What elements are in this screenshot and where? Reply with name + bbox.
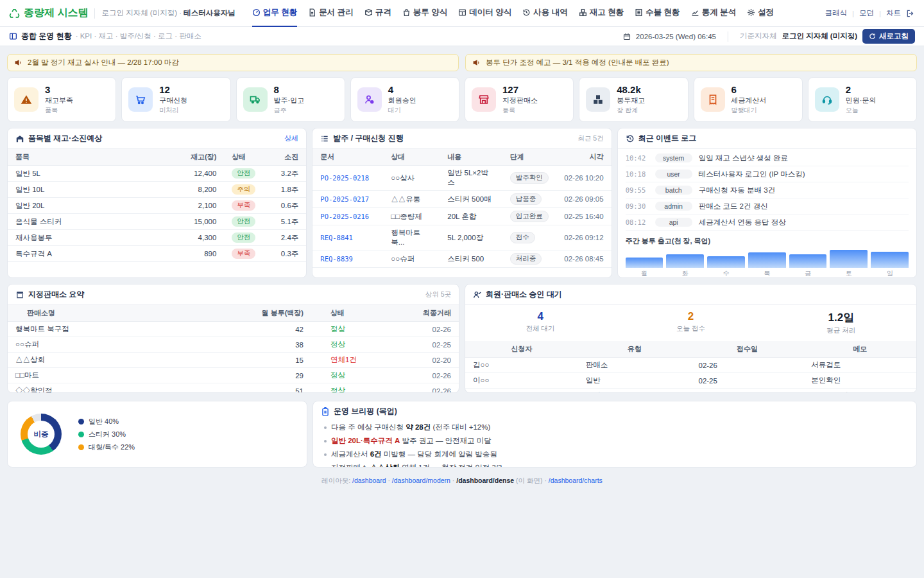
clipboard-icon bbox=[321, 407, 330, 416]
store-last: 02-25 bbox=[401, 337, 459, 353]
order-desc: 일반 5L×2박스 bbox=[440, 166, 502, 191]
store-state: 정상 bbox=[330, 340, 345, 348]
footer-current-note: (이 화면) bbox=[516, 477, 542, 484]
list-icon bbox=[320, 134, 329, 143]
weekly-bar bbox=[626, 258, 663, 268]
item-name: 특수규격 A bbox=[8, 246, 174, 262]
nav-usage-history[interactable]: 사용 내역 bbox=[522, 0, 567, 27]
kpi-inquiries[interactable]: 2민원·문의오늘 bbox=[808, 77, 917, 122]
stores-panel: 지정판매소 요약 상위 5곳 판매소명 월 봉투(백장) 상태 최종거래 행복마… bbox=[7, 284, 459, 393]
item-weeks: 2.4주 bbox=[269, 230, 306, 246]
nav-work-status[interactable]: 업무 현황 bbox=[252, 0, 297, 27]
kpi-member-approvals[interactable]: 4회원승인대기 bbox=[350, 77, 459, 122]
weekly-bar-label: 일 bbox=[871, 269, 909, 278]
main-nav: 업무 현황 문서 관리 규격 봉투 양식 데이터 양식 사용 내역 재고 현황 … bbox=[252, 0, 774, 27]
doc-link[interactable]: PO-2025-0216 bbox=[320, 213, 369, 220]
item-name: 일반 5L bbox=[8, 166, 174, 182]
divider: | bbox=[852, 10, 854, 17]
kpi-designated-stores[interactable]: 127지정판매소등록 bbox=[465, 77, 574, 122]
event-log-panel: 최근 이벤트 로그 10:42 system 일일 재고 스냅샷 생성 완료 1… bbox=[617, 128, 917, 278]
layout-modern-link[interactable]: 모던 bbox=[859, 8, 874, 18]
item-name: 음식물 스티커 bbox=[8, 214, 174, 230]
kpi-low-stock[interactable]: 3재고부족품목 bbox=[7, 77, 116, 122]
list-item: 08:12 api 세금계산서 연동 응답 정상 bbox=[626, 215, 909, 231]
store-name: 행복마트 북구점 bbox=[8, 322, 228, 337]
nav-specs[interactable]: 규격 bbox=[364, 0, 391, 27]
weekly-bar-label: 목 bbox=[748, 269, 786, 278]
inventory-detail-link[interactable]: 상세 bbox=[284, 134, 298, 143]
order-desc: 20L 혼합 bbox=[440, 208, 502, 225]
panel-title: 지정판매소 요약 bbox=[28, 289, 84, 300]
kpi-cards: 3재고부족품목 12구매신청미처리 8발주·입고금주 4회원승인대기 127지정… bbox=[7, 77, 917, 122]
nav-ledger-status[interactable]: 수불 현황 bbox=[635, 0, 680, 27]
table-row: 일반 5L 12,400 안전 3.2주 bbox=[8, 166, 306, 182]
refresh-button[interactable]: 새로고침 bbox=[862, 29, 915, 44]
weekly-bar-label: 월 bbox=[626, 269, 663, 278]
status-badge: 안전 bbox=[232, 216, 255, 227]
kpi-tax-invoices[interactable]: 6세금계산서발행대기 bbox=[694, 77, 803, 122]
panel-title: 품목별 재고·소진예상 bbox=[28, 133, 102, 144]
user-check-icon bbox=[473, 290, 482, 299]
applicant-name: 이○○ bbox=[465, 373, 578, 389]
app-title: 종량제 시스템 bbox=[24, 6, 88, 20]
stores-table: 판매소명 월 봉투(백장) 상태 최종거래 행복마트 북구점 42 정상 02-… bbox=[8, 305, 459, 393]
weekly-bar bbox=[666, 254, 704, 268]
event-text: 테스터사용자 로그인 (IP 마스킹) bbox=[699, 170, 805, 179]
table-row: 행복마트 북구점 42 정상 02-26 bbox=[8, 322, 459, 337]
layout-chart-link[interactable]: 차트 bbox=[886, 8, 901, 18]
item-weeks: 0.3주 bbox=[269, 246, 306, 262]
store-state: 정상 bbox=[330, 387, 345, 393]
briefing-item: 일반 20L·특수규격 A 발주 권고 — 안전재고 미달 bbox=[322, 434, 907, 448]
weekly-bar-label: 토 bbox=[830, 269, 868, 278]
doc-link[interactable]: PO-2025-0217 bbox=[320, 195, 369, 203]
doc-link[interactable]: REQ-8839 bbox=[320, 255, 353, 263]
item-state: 부족 bbox=[224, 246, 269, 262]
nav-inventory-status[interactable]: 재고 현황 bbox=[579, 0, 624, 27]
stat-today-received: 2오늘 접수 bbox=[615, 310, 766, 335]
briefing-item: 지정판매소 △△상회 연체 1건 — 현장 점검 일정 3/3 bbox=[322, 461, 907, 468]
kpi-purchase-requests[interactable]: 12구매신청미처리 bbox=[121, 77, 230, 122]
scope-label: 기준지자체 bbox=[740, 31, 777, 41]
table-row: 일반 20L 2,100 부족 0.6주 bbox=[8, 198, 306, 214]
layout-footer: 레이아웃: /dashboard · /dashboard/modern · /… bbox=[7, 477, 917, 486]
table-row: 김○○ 판매소 02-26 서류검토 bbox=[465, 358, 916, 373]
weekly-bar-days: 월화수목금토일 bbox=[618, 268, 916, 278]
table-row: 음식물 스티커 15,000 안전 5.1주 bbox=[8, 214, 306, 230]
event-tag: api bbox=[655, 218, 692, 227]
kpi-bag-stock[interactable]: 48.2k봉투재고장 합계 bbox=[579, 77, 688, 122]
kpi-orders-inbound[interactable]: 8발주·입고금주 bbox=[236, 77, 345, 122]
applicant-name: 박○○ bbox=[465, 389, 578, 394]
footer-link-modern[interactable]: /dashboard/modern bbox=[392, 477, 450, 484]
store-icon bbox=[15, 290, 24, 299]
table-row: ○○슈퍼 38 정상 02-25 bbox=[8, 337, 459, 353]
doc-link[interactable]: REQ-8841 bbox=[320, 234, 353, 241]
weekly-bar bbox=[707, 256, 745, 268]
doc-link[interactable]: PO-2025-0218 bbox=[320, 174, 369, 182]
list-item: 10:18 user 테스터사용자 로그인 (IP 마스킹) bbox=[626, 166, 909, 182]
nav-data-forms[interactable]: 데이터 양식 bbox=[458, 0, 511, 27]
notice-row: 2월 말 정기 재고 실사 안내 — 2/28 17:00 마감 봉투 단가 조… bbox=[7, 54, 917, 71]
item-stock: 8,200 bbox=[174, 182, 224, 198]
nav-documents[interactable]: 문서 관리 bbox=[308, 0, 353, 27]
approvals-panel: 회원·판매소 승인 대기 4전체 대기 2오늘 접수 1.2일평균 처리 신청자… bbox=[465, 284, 917, 393]
store-name: △△상회 bbox=[8, 353, 228, 368]
table-row: 재사용봉투 4,300 안전 2.4주 bbox=[8, 230, 306, 246]
status-badge: 안전 bbox=[232, 168, 255, 179]
app-logo[interactable]: 종량제 시스템 bbox=[9, 6, 88, 20]
briefing-list: 다음 주 예상 구매신청 약 28건 (전주 대비 +12%) 일반 20L·특… bbox=[313, 417, 916, 468]
logout-icon[interactable] bbox=[906, 9, 915, 18]
item-stock: 2,100 bbox=[174, 198, 224, 214]
footer-link-dashboard[interactable]: /dashboard bbox=[352, 477, 386, 484]
megaphone-icon bbox=[472, 58, 481, 67]
nav-settings[interactable]: 설정 bbox=[747, 0, 774, 27]
order-partner: △△유통 bbox=[383, 191, 440, 208]
layout-classic-link[interactable]: 클래식 bbox=[825, 8, 848, 18]
applicant-date: 02-25 bbox=[691, 389, 804, 394]
weekly-bar bbox=[789, 254, 827, 268]
footer-link-charts[interactable]: /dashboard/charts bbox=[549, 477, 603, 484]
applicant-memo: 서류검토 bbox=[803, 358, 916, 373]
legend-item: 대형/특수 22% bbox=[78, 442, 135, 452]
nav-statistics[interactable]: 통계 분석 bbox=[691, 0, 736, 27]
nav-bag-forms[interactable]: 봉투 양식 bbox=[402, 0, 447, 27]
item-weeks: 0.6주 bbox=[269, 198, 306, 214]
